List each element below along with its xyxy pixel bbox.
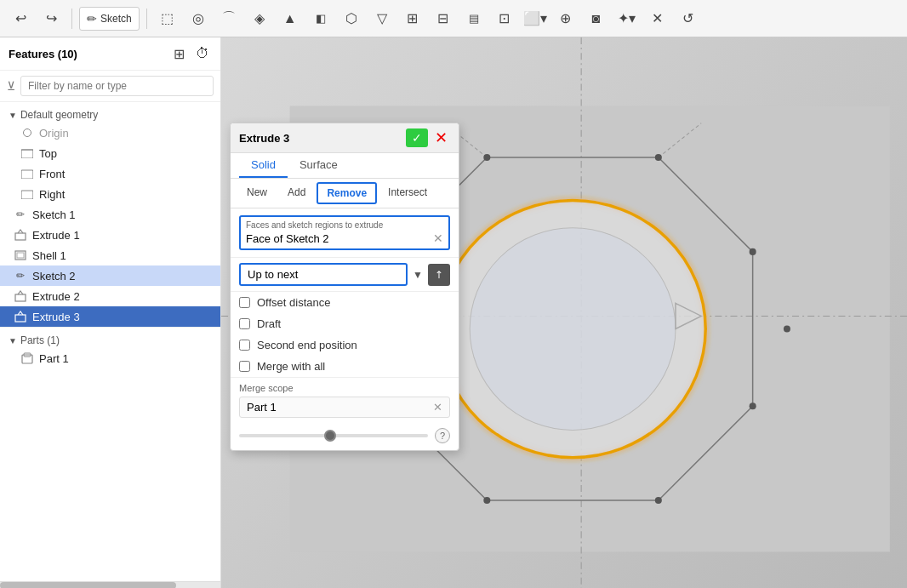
parts-caret-icon: ▼ bbox=[9, 336, 17, 345]
face-input-label: Faces and sketch regions to extrude bbox=[246, 220, 443, 230]
tb-btn-16[interactable]: ↺ bbox=[675, 5, 702, 32]
divider-2 bbox=[146, 9, 147, 29]
tb-btn-10[interactable]: ⊟ bbox=[430, 5, 457, 32]
merge-all-checkbox[interactable] bbox=[239, 361, 250, 372]
undo-button[interactable]: ↩ bbox=[7, 5, 34, 32]
tree-item-front[interactable]: Front bbox=[0, 163, 220, 184]
dialog-tabs2: New Add Remove Intersect bbox=[231, 179, 459, 208]
part-icon bbox=[20, 351, 34, 365]
plane-icon-right bbox=[20, 187, 34, 201]
sidebar-search: ⊻ bbox=[0, 71, 220, 102]
extrude-icon-2 bbox=[14, 289, 27, 303]
add-feature-button[interactable]: ⊞ bbox=[169, 44, 188, 63]
sidebar-scrollbar-thumb[interactable] bbox=[0, 582, 176, 588]
tree-item-label-part1: Part 1 bbox=[39, 352, 69, 365]
svg-point-23 bbox=[655, 497, 662, 504]
tree-item-label-extrude3: Extrude 3 bbox=[32, 311, 80, 323]
tb-btn-14[interactable]: ◙ bbox=[583, 5, 610, 32]
viewport[interactable]: Extrude 3 ✓ ✕ Solid Surface New Add Remo… bbox=[221, 37, 907, 588]
tree-item-extrude3[interactable]: Extrude 3 bbox=[0, 306, 220, 327]
tb-btn-12[interactable]: ⊡ bbox=[491, 5, 518, 32]
checkbox-draft[interactable]: Draft bbox=[231, 313, 459, 334]
tree-item-top[interactable]: Top bbox=[0, 143, 220, 163]
search-input[interactable] bbox=[20, 76, 214, 96]
merge-scope-clear-button[interactable]: ✕ bbox=[433, 401, 442, 414]
tree-item-label-top: Top bbox=[39, 147, 57, 160]
svg-rect-3 bbox=[21, 191, 33, 199]
default-geometry-section[interactable]: ▼ Default geometry bbox=[0, 106, 220, 123]
tab-solid[interactable]: Solid bbox=[239, 153, 288, 178]
toolbar: ↩ ↪ ✏ Sketch ⬚ ◎ ⌒ ◈ ▲ ◧ ⬡ ▽ ⊞ ⊟ ▤ ⊡ ⬜▾ … bbox=[0, 0, 907, 37]
history-button[interactable]: ⏱ bbox=[193, 44, 212, 63]
tree-item-part1[interactable]: Part 1 bbox=[0, 348, 220, 368]
checkbox-second-end[interactable]: Second end position bbox=[231, 334, 459, 356]
merge-scope-text: Part 1 bbox=[247, 401, 277, 414]
tree-item-label-sketch1: Sketch 1 bbox=[32, 208, 76, 221]
tb-btn-3[interactable]: ⌒ bbox=[215, 5, 242, 32]
tb-dropdown-1[interactable]: ⬜▾ bbox=[522, 5, 549, 32]
tree-item-sketch1[interactable]: ✏ Sketch 1 bbox=[0, 204, 220, 225]
sidebar-header-icons: ⊞ ⏱ bbox=[169, 44, 212, 63]
second-end-checkbox[interactable] bbox=[239, 340, 250, 351]
tree-item-sketch2[interactable]: ✏ Sketch 2 bbox=[0, 265, 220, 286]
tab-remove[interactable]: Remove bbox=[317, 182, 377, 204]
direction-row: Up to next Blind Through all Up to verte… bbox=[231, 258, 459, 292]
plane-icon-front bbox=[20, 167, 34, 180]
face-value-text: Face of Sketch 2 bbox=[246, 232, 329, 245]
tb-btn-9[interactable]: ⊞ bbox=[399, 5, 426, 32]
checkbox-merge-all[interactable]: Merge with all bbox=[231, 356, 459, 377]
dialog-cancel-button[interactable]: ✕ bbox=[431, 128, 450, 147]
tb-btn-6[interactable]: ◧ bbox=[307, 5, 334, 32]
dialog-titlebar: Extrude 3 ✓ ✕ bbox=[231, 123, 459, 153]
sidebar-tree: ▼ Default geometry Origin Top Front bbox=[0, 102, 220, 581]
tb-btn-11[interactable]: ▤ bbox=[460, 5, 488, 32]
origin-icon bbox=[20, 126, 34, 140]
tab-new[interactable]: New bbox=[237, 182, 277, 204]
svg-point-24 bbox=[483, 497, 490, 504]
tb-btn-1[interactable]: ⬚ bbox=[154, 5, 181, 32]
sidebar-scrollbar[interactable] bbox=[0, 581, 220, 588]
face-input-box[interactable]: Faces and sketch regions to extrude Face… bbox=[239, 215, 450, 250]
tree-item-shell1[interactable]: Shell 1 bbox=[0, 245, 220, 265]
dialog-confirm-button[interactable]: ✓ bbox=[406, 128, 428, 147]
offset-distance-checkbox[interactable] bbox=[239, 297, 250, 308]
svg-point-20 bbox=[655, 154, 662, 161]
tb-btn-13[interactable]: ⊕ bbox=[552, 5, 579, 32]
tb-btn-15[interactable]: ✕ bbox=[644, 5, 671, 32]
tb-btn-5[interactable]: ▲ bbox=[277, 5, 304, 32]
tb-btn-4[interactable]: ◈ bbox=[246, 5, 273, 32]
redo-button[interactable]: ↪ bbox=[37, 5, 65, 32]
direction-select[interactable]: Up to next Blind Through all Up to verte… bbox=[239, 263, 408, 286]
extrude-icon-3 bbox=[14, 310, 27, 323]
extrude-dialog: Extrude 3 ✓ ✕ Solid Surface New Add Remo… bbox=[230, 123, 459, 451]
svg-rect-8 bbox=[15, 315, 26, 322]
divider-1 bbox=[71, 9, 72, 29]
direction-dropdown-icon[interactable]: ▼ bbox=[413, 269, 423, 281]
tree-item-label-origin: Origin bbox=[39, 127, 69, 140]
tab-add[interactable]: Add bbox=[278, 182, 315, 204]
tb-btn-2[interactable]: ◎ bbox=[185, 5, 212, 32]
slider-thumb[interactable] bbox=[324, 430, 336, 442]
second-end-label: Second end position bbox=[257, 339, 357, 351]
draft-checkbox[interactable] bbox=[239, 318, 250, 329]
tab-intersect[interactable]: Intersect bbox=[379, 182, 436, 204]
help-button[interactable]: ? bbox=[435, 428, 450, 443]
tree-item-right[interactable]: Right bbox=[0, 184, 220, 204]
face-clear-button[interactable]: ✕ bbox=[433, 231, 443, 245]
tab-surface[interactable]: Surface bbox=[288, 153, 350, 178]
tree-item-extrude2[interactable]: Extrude 2 bbox=[0, 286, 220, 306]
parts-section-label[interactable]: ▼ Parts (1) bbox=[0, 331, 220, 348]
tb-btn-8[interactable]: ▽ bbox=[368, 5, 396, 32]
section-caret-icon: ▼ bbox=[9, 111, 17, 120]
tree-item-origin[interactable]: Origin bbox=[0, 123, 220, 143]
slider-track[interactable] bbox=[239, 434, 428, 437]
tree-item-extrude1[interactable]: Extrude 1 bbox=[0, 225, 220, 245]
tb-dropdown-2[interactable]: ✦▾ bbox=[613, 5, 641, 32]
tb-btn-7[interactable]: ⬡ bbox=[338, 5, 365, 32]
merge-scope-value[interactable]: Part 1 ✕ bbox=[239, 397, 450, 418]
sketch-label: Sketch bbox=[100, 13, 132, 25]
direction-flip-button[interactable]: ↗ bbox=[428, 264, 450, 286]
filter-icon: ⊻ bbox=[7, 79, 15, 93]
sketch-button[interactable]: ✏ Sketch bbox=[79, 7, 140, 31]
checkbox-offset-distance[interactable]: Offset distance bbox=[231, 292, 459, 313]
